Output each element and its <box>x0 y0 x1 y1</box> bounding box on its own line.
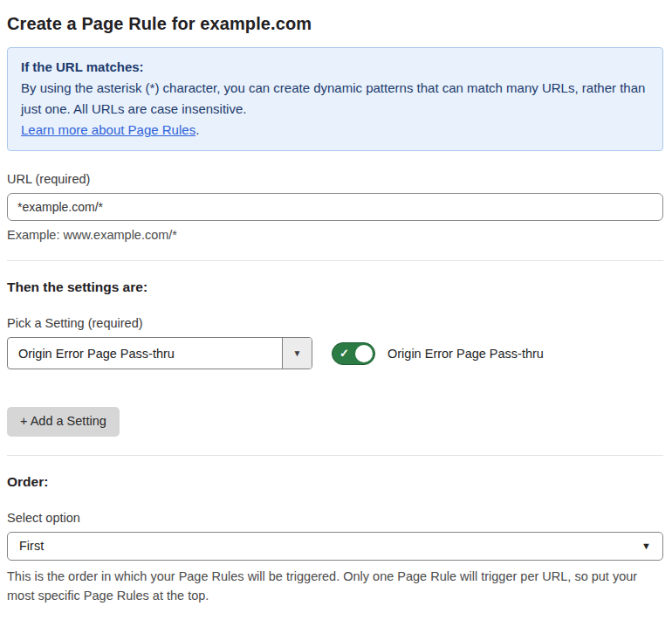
url-input[interactable] <box>7 193 663 221</box>
order-select-value: First <box>19 539 44 553</box>
setting-toggle-label: Origin Error Page Pass-thru <box>387 347 544 361</box>
order-select-dropdown[interactable]: First ▼ <box>7 532 663 561</box>
info-box-link-line: Learn more about Page Rules. <box>21 120 649 141</box>
setting-row: Origin Error Page Pass-thru ▼ ✓ Origin E… <box>7 337 663 369</box>
toggle-knob <box>355 345 373 362</box>
info-box-heading: If the URL matches: <box>21 57 649 78</box>
create-page-rule-form: Create a Page Rule for example.com If th… <box>0 0 672 620</box>
setting-picker-value: Origin Error Page Pass-thru <box>8 338 282 369</box>
learn-more-link[interactable]: Learn more about Page Rules <box>21 122 195 137</box>
order-section-heading: Order: <box>7 474 663 490</box>
pick-setting-label: Pick a Setting (required) <box>7 316 663 330</box>
check-icon: ✓ <box>339 348 349 359</box>
setting-picker-dropdown[interactable]: Origin Error Page Pass-thru ▼ <box>7 337 312 369</box>
setting-picker-arrow-button[interactable]: ▼ <box>282 338 312 369</box>
url-match-info-box: If the URL matches: By using the asteris… <box>7 47 663 151</box>
order-select-label: Select option <box>7 511 663 525</box>
url-example-helper: Example: www.example.com/* <box>7 228 663 242</box>
chevron-down-icon: ▼ <box>293 349 302 358</box>
chevron-down-icon: ▼ <box>641 541 651 551</box>
settings-section-heading: Then the settings are: <box>7 279 663 295</box>
url-field-label: URL (required) <box>7 172 663 186</box>
divider <box>7 260 663 261</box>
setting-toggle[interactable]: ✓ <box>332 342 375 365</box>
link-suffix: . <box>195 122 199 137</box>
order-helper-text: This is the order in which your Page Rul… <box>7 567 667 606</box>
page-title: Create a Page Rule for example.com <box>7 14 663 34</box>
divider <box>7 455 663 456</box>
info-box-body: By using the asterisk (*) character, you… <box>21 78 649 120</box>
add-setting-button[interactable]: + Add a Setting <box>7 407 120 437</box>
